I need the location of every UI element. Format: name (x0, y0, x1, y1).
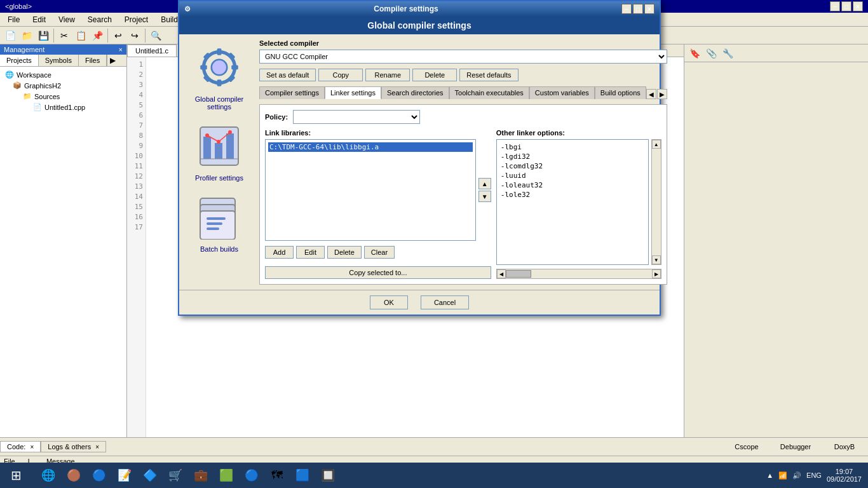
sidebar-item-batch[interactable]: Batch builds (184, 189, 254, 255)
delete-button[interactable]: Delete (412, 69, 457, 81)
tab-toolchain-executables[interactable]: Toolchain executables (449, 86, 529, 99)
h-scroll-left[interactable]: ◀ (497, 269, 506, 278)
menu-file[interactable]: File (3, 14, 25, 25)
edit-button[interactable]: Edit (296, 246, 325, 259)
log-tab-code-close[interactable]: × (30, 444, 34, 451)
taskbar-icon-4[interactable]: 📝 (113, 464, 136, 487)
log-tabs: Code: × Logs & others × Cscope Debugger … (0, 438, 868, 456)
set-default-button[interactable]: Set as default (259, 69, 316, 81)
toolbar-paste[interactable]: 📌 (90, 28, 105, 43)
tree-project[interactable]: 📦 GraphicsH2 (3, 80, 124, 91)
add-button[interactable]: Add (265, 246, 294, 259)
toolbar-cut[interactable]: ✂ (57, 28, 72, 43)
toolbar-copy[interactable]: 📋 (73, 28, 88, 43)
log-tab-logs-close[interactable]: × (95, 444, 99, 451)
tab-compiler-settings[interactable]: Compiler settings (259, 86, 325, 99)
reset-defaults-button[interactable]: Reset defaults (459, 69, 518, 81)
other-linker-h-scrollbar[interactable]: ◀ ▶ (496, 269, 661, 279)
mgmt-tab-files[interactable]: Files (79, 55, 107, 66)
toolbar-open[interactable]: 📁 (19, 28, 34, 43)
ide-close-btn[interactable]: × (853, 1, 863, 11)
policy-dropdown[interactable] (293, 110, 420, 124)
log-debugger[interactable]: Debugger (770, 439, 821, 454)
toolbar-redo[interactable]: ↪ (127, 28, 142, 43)
taskbar-icon-3[interactable]: 🔵 (88, 464, 111, 487)
tree-workspace[interactable]: 🌐 Workspace (3, 69, 124, 80)
other-scroll-up[interactable]: ▲ (652, 140, 661, 149)
menu-project[interactable]: Project (119, 14, 153, 25)
menu-edit[interactable]: Edit (27, 14, 51, 25)
link-list-item-0[interactable]: C:\TDM-GCC-64\lib\libbgi.a (268, 142, 473, 152)
start-button[interactable]: ⊞ (0, 463, 32, 488)
ok-button[interactable]: OK (370, 295, 408, 309)
sidebar-item-profiler[interactable]: Profiler settings (184, 118, 254, 184)
h-scroll-right[interactable]: ▶ (652, 269, 661, 278)
mgmt-tab-nav[interactable]: ▶ (107, 55, 118, 66)
menu-view[interactable]: View (53, 14, 80, 25)
editor-tab-main[interactable]: Untitled1.c (127, 44, 177, 57)
taskbar-icon-8[interactable]: 🟩 (215, 464, 238, 487)
copy-selected-container: Copy selected to... (265, 264, 491, 279)
management-close[interactable]: × (119, 46, 123, 53)
copy-button[interactable]: Copy (318, 69, 363, 81)
tree-file[interactable]: 📄 Untitled1.cpp (3, 102, 124, 112)
menu-search[interactable]: Search (83, 14, 117, 25)
compiler-dropdown[interactable]: GNU GCC Compiler (259, 50, 667, 64)
taskbar-icon-7[interactable]: 💼 (189, 464, 212, 487)
log-tab-code[interactable]: Code: × (0, 441, 41, 452)
toolbar-new[interactable]: 📄 (3, 28, 18, 43)
delete-link-button[interactable]: Delete (327, 246, 362, 259)
dialog-close-btn[interactable]: × (644, 4, 654, 14)
other-scroll-down[interactable]: ▼ (652, 255, 661, 264)
taskbar-icon-10[interactable]: 🗺 (266, 464, 288, 487)
taskbar-icon-11[interactable]: 🟦 (291, 464, 314, 487)
taskbar-icon-2[interactable]: 🟤 (62, 464, 85, 487)
h-scroll-track[interactable] (506, 270, 652, 278)
link-scroll-up[interactable]: ▲ (478, 178, 491, 189)
other-linker-list[interactable]: -lbgi -lgdi32 -lcomdlg32 -luuid -loleaut… (496, 139, 649, 265)
taskbar-ie[interactable]: 🌐 (37, 464, 60, 487)
other-linker-scrollbar[interactable]: ▲ ▼ (651, 139, 661, 265)
copy-selected-button[interactable]: Copy selected to... (265, 266, 491, 279)
mgmt-tab-symbols[interactable]: Symbols (39, 55, 79, 66)
log-tab-logs[interactable]: Logs & others × (41, 441, 106, 452)
tab-prev-arrow[interactable]: ◀ (646, 89, 656, 99)
log-cscope[interactable]: Cscope (724, 439, 769, 454)
tab-custom-variables[interactable]: Custom variables (529, 86, 595, 99)
toolbar-sep1 (53, 29, 54, 43)
dialog-maximize-btn[interactable]: □ (633, 4, 643, 14)
tree-sources[interactable]: 📁 Sources (3, 91, 124, 102)
toolbar-undo[interactable]: ↩ (111, 28, 126, 43)
other-linker-item-2: -lcomdlg32 (499, 161, 646, 171)
link-libraries-list[interactable]: C:\TDM-GCC-64\lib\libbgi.a (265, 139, 476, 241)
toolbar-search[interactable]: 🔍 (148, 28, 163, 43)
right-btn3[interactable]: 🔧 (720, 46, 735, 61)
mgmt-tab-projects[interactable]: Projects (0, 55, 39, 66)
toolbar-save[interactable]: 💾 (36, 28, 51, 43)
tab-search-directories[interactable]: Search directories (381, 86, 449, 99)
log-doxyb[interactable]: DoxyB (822, 439, 867, 454)
link-scroll-down[interactable]: ▼ (478, 191, 491, 202)
tab-next-arrow[interactable]: ▶ (657, 89, 667, 99)
tab-build-options[interactable]: Build options (595, 86, 646, 99)
rename-button[interactable]: Rename (365, 69, 410, 81)
taskbar-icon-6[interactable]: 🛒 (164, 464, 187, 487)
dialog-minimize-btn[interactable]: ─ (621, 4, 632, 14)
ide-minimize-btn[interactable]: ─ (830, 1, 840, 11)
clear-button[interactable]: Clear (364, 246, 395, 259)
cancel-button[interactable]: Cancel (421, 295, 469, 309)
taskbar-icon-9[interactable]: 🔵 (240, 464, 263, 487)
right-btn2[interactable]: 📎 (703, 46, 719, 61)
ide-title: <global> (5, 3, 32, 10)
taskbar-icon-5[interactable]: 🔷 (139, 464, 161, 487)
tab-linker-settings[interactable]: Linker settings (325, 86, 381, 99)
other-scroll-track[interactable] (652, 149, 661, 255)
link-action-buttons: Add Edit Delete Clear (265, 246, 491, 259)
taskbar-time-container[interactable]: 19:07 09/02/2017 (827, 468, 862, 483)
ide-maximize-btn[interactable]: □ (841, 1, 851, 11)
taskbar-icon-12[interactable]: 🔲 (316, 464, 339, 487)
taskbar-up-arrow[interactable]: ▲ (766, 471, 773, 479)
sidebar-item-global-compiler[interactable]: Global compiler settings (184, 39, 254, 113)
h-scroll-thumb[interactable] (506, 270, 531, 278)
right-btn1[interactable]: 🔖 (687, 46, 702, 61)
